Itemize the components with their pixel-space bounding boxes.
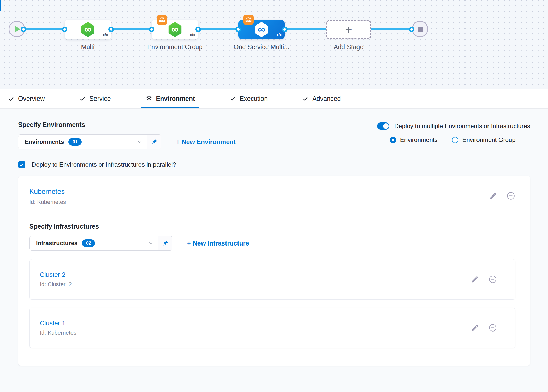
pipeline-canvas: ∞ </> Multi ∞ </> Environment Group ∞ </… bbox=[0, 0, 548, 89]
rolling-deploy-badge-icon bbox=[243, 15, 254, 25]
infrastructure-id: Id: Cluster_2 bbox=[40, 281, 72, 288]
tab-overview[interactable]: Overview bbox=[4, 89, 49, 108]
radio-unselected-icon bbox=[452, 137, 458, 143]
new-infrastructure-link[interactable]: + New Infrastructure bbox=[187, 240, 249, 247]
count-badge: 02 bbox=[82, 239, 95, 247]
specify-environments-heading: Specify Environments bbox=[18, 121, 236, 128]
code-icon[interactable]: </> bbox=[276, 33, 282, 38]
toggle-knob bbox=[383, 123, 389, 129]
check-icon bbox=[230, 95, 236, 102]
remove-infrastructure-button[interactable] bbox=[488, 323, 497, 332]
infinity-icon: ∞ bbox=[171, 24, 179, 34]
edit-infrastructure-button[interactable] bbox=[471, 324, 479, 332]
chevron-down-icon bbox=[148, 240, 154, 246]
play-icon bbox=[15, 26, 20, 32]
stage-tabbar: Overview Service Environment Execution A… bbox=[0, 89, 548, 109]
tab-label: Advanced bbox=[312, 95, 341, 102]
multi-env-toggle[interactable] bbox=[377, 122, 389, 130]
parallel-deploy-checkbox[interactable] bbox=[18, 161, 25, 168]
connector-dot bbox=[235, 27, 241, 32]
edit-environment-button[interactable] bbox=[489, 192, 497, 200]
harness-cd-icon: ∞ bbox=[168, 22, 182, 37]
infrastructures-dropdown: Infrastructures 02 bbox=[29, 236, 172, 251]
connector-dot bbox=[108, 27, 114, 32]
pin-button[interactable] bbox=[147, 135, 161, 149]
dropdown-value: Environments bbox=[25, 139, 64, 145]
environments-dropdown: Environments 01 bbox=[18, 134, 161, 149]
tab-label: Environment bbox=[156, 95, 195, 102]
edit-infrastructure-button[interactable] bbox=[471, 275, 479, 283]
environments-dropdown-field[interactable]: Environments 01 bbox=[18, 135, 147, 149]
dropdown-value: Infrastructures bbox=[36, 240, 77, 247]
infrastructure-id: Id: Kubernetes bbox=[40, 329, 76, 336]
connector-dot bbox=[282, 27, 288, 32]
infrastructure-row-cluster-1: Cluster 1 Id: Kubernetes bbox=[29, 308, 515, 348]
remove-infrastructure-button[interactable] bbox=[488, 275, 497, 284]
tab-label: Execution bbox=[240, 95, 268, 102]
tab-service[interactable]: Service bbox=[75, 89, 115, 108]
tab-label: Overview bbox=[18, 95, 45, 102]
new-environment-link[interactable]: + New Environment bbox=[176, 138, 236, 146]
tab-label: Service bbox=[89, 95, 111, 102]
connector-dot bbox=[149, 27, 154, 32]
remove-environment-button[interactable] bbox=[506, 191, 515, 200]
check-icon bbox=[19, 162, 24, 167]
environment-card: Kubernetes Id: Kubernetes Specify Infras… bbox=[18, 176, 530, 366]
multi-env-toggle-label: Deploy to multiple Environments or Infra… bbox=[394, 122, 530, 130]
check-icon bbox=[8, 95, 15, 102]
plus-icon: + bbox=[345, 23, 352, 36]
check-icon bbox=[79, 95, 86, 102]
infrastructure-row-cluster-2: Cluster 2 Id: Cluster_2 bbox=[29, 259, 515, 300]
radio-selected-icon bbox=[390, 137, 396, 143]
stage-node-multi[interactable]: ∞ </> bbox=[65, 20, 111, 39]
connector-dot bbox=[195, 27, 201, 32]
stage-label-multi[interactable]: Multi bbox=[59, 43, 116, 51]
check-icon bbox=[302, 95, 309, 102]
rolling-deploy-badge-icon bbox=[157, 15, 167, 25]
minus-circle-icon bbox=[506, 191, 515, 200]
pencil-icon bbox=[471, 275, 479, 283]
environment-id: Id: Kubernetes bbox=[29, 199, 66, 205]
layers-icon bbox=[146, 95, 152, 102]
tab-environment[interactable]: Environment bbox=[141, 89, 200, 108]
count-badge: 01 bbox=[68, 138, 81, 146]
pin-icon bbox=[162, 240, 169, 247]
tab-execution[interactable]: Execution bbox=[225, 89, 272, 108]
environment-title-link[interactable]: Kubernetes bbox=[29, 188, 66, 196]
harness-cd-icon: ∞ bbox=[81, 22, 95, 37]
pencil-icon bbox=[489, 192, 497, 200]
add-stage-label[interactable]: Add Stage bbox=[320, 43, 377, 51]
infrastructures-dropdown-field[interactable]: Infrastructures 02 bbox=[30, 236, 158, 250]
code-icon[interactable]: </> bbox=[102, 33, 108, 38]
stop-icon bbox=[418, 27, 423, 32]
infinity-icon: ∞ bbox=[258, 24, 265, 34]
harness-cd-icon: ∞ bbox=[254, 22, 269, 37]
pin-button[interactable] bbox=[158, 236, 172, 250]
infrastructure-title-link[interactable]: Cluster 1 bbox=[40, 320, 76, 327]
radio-environment-group[interactable]: Environment Group bbox=[452, 136, 516, 143]
minus-circle-icon bbox=[488, 323, 497, 332]
specify-infrastructures-heading: Specify Infrastructures bbox=[29, 223, 515, 230]
code-icon[interactable]: </> bbox=[189, 33, 195, 38]
connector-dot bbox=[409, 27, 414, 32]
left-edge-accent bbox=[0, 0, 1, 11]
stage-label-environment-group[interactable]: Environment Group bbox=[146, 43, 204, 51]
infinity-icon: ∞ bbox=[84, 24, 92, 34]
minus-circle-icon bbox=[488, 275, 497, 284]
divider bbox=[29, 214, 515, 214]
infrastructure-title-link[interactable]: Cluster 2 bbox=[40, 271, 72, 278]
tab-advanced[interactable]: Advanced bbox=[298, 89, 345, 108]
add-stage-button[interactable]: + bbox=[326, 20, 371, 39]
pencil-icon bbox=[471, 324, 479, 332]
pin-icon bbox=[151, 139, 158, 145]
stage-label-one-service-multi[interactable]: One Service Multi... bbox=[233, 43, 290, 51]
connector-dot bbox=[62, 27, 67, 32]
chevron-down-icon bbox=[137, 139, 143, 145]
radio-environments[interactable]: Environments bbox=[390, 136, 438, 143]
parallel-deploy-label: Deploy to Environments or Infrastructure… bbox=[32, 161, 176, 168]
connector-dot bbox=[21, 27, 26, 32]
environment-tab-panel: Specify Environments Environments 01 + N… bbox=[0, 109, 548, 392]
